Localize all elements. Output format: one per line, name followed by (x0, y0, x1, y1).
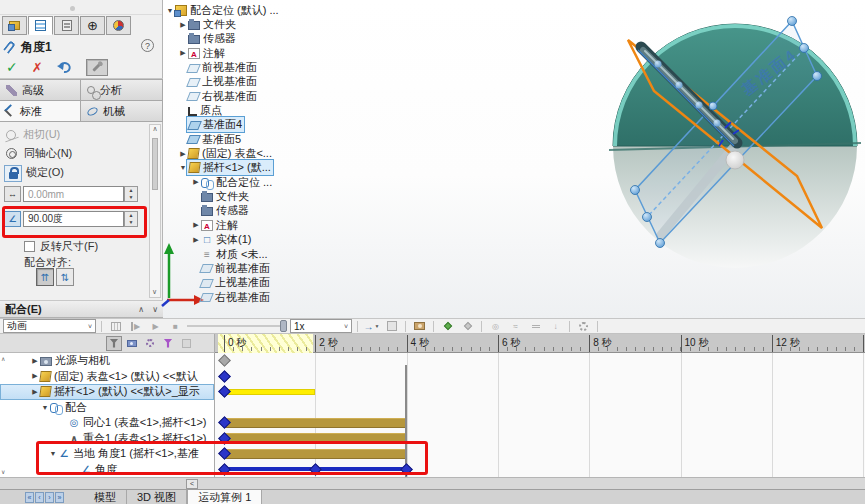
distance-spinner[interactable]: ▲▼ (124, 186, 138, 202)
collapse-arrow-icon[interactable]: ▶ (178, 21, 188, 29)
help-icon[interactable]: ? (141, 39, 154, 52)
panel-grip[interactable] (0, 0, 162, 15)
calculate-button[interactable] (107, 319, 124, 333)
flip-dimension-checkbox[interactable] (24, 241, 35, 252)
drive-bar[interactable] (224, 389, 315, 395)
keypoint[interactable] (400, 463, 413, 476)
motion-tree-row[interactable]: ∠角度 (0, 462, 214, 478)
timeline-lanes[interactable] (215, 353, 865, 477)
tree-item[interactable]: 传感器 (165, 32, 340, 46)
anti-aligned-button[interactable]: ⇅ (56, 268, 74, 286)
collapse-arrow-icon[interactable]: ▶ (191, 221, 201, 229)
category-tab-2[interactable]: 分析 (80, 79, 163, 101)
motion-tree-row[interactable]: ▶(固定) 表盘<1> (默认) <<默认 (0, 369, 214, 385)
timeline-lane[interactable] (215, 400, 865, 416)
timeline-lane[interactable] (215, 446, 865, 462)
collapse-up-icon[interactable]: ∧ (138, 305, 144, 314)
category-tab-4[interactable]: 机械 (80, 100, 163, 122)
keypoint[interactable] (218, 463, 231, 476)
collapse-arrow-icon[interactable]: ▶ (30, 372, 40, 380)
scroll-left-button[interactable]: < (186, 479, 198, 489)
playback-mode-button[interactable]: →▼ (363, 319, 380, 333)
document-tab-1[interactable]: 模型 (84, 490, 127, 504)
cancel-button[interactable]: ✗ (32, 60, 43, 75)
motion-tree-row[interactable]: ▼配合 (0, 400, 214, 416)
current-time-bar[interactable] (405, 365, 407, 477)
mate-change-bar[interactable] (224, 433, 407, 443)
timeline-lane[interactable] (215, 369, 865, 385)
timeline-lane[interactable] (215, 384, 865, 400)
tree-item[interactable]: 上视基准面 (165, 75, 340, 89)
mate-change-bar[interactable] (224, 418, 407, 428)
timeline-position-slider[interactable] (187, 319, 287, 333)
nav-last-button[interactable]: » (55, 492, 64, 503)
motion-tree-row[interactable]: ▶摇杆<1> (默认) <<默认>_显示 (0, 384, 214, 400)
tree-item[interactable]: 右视基准面 (165, 89, 340, 103)
nav-next-button[interactable]: › (45, 492, 54, 503)
tree-item[interactable]: 基准面4 (165, 118, 340, 132)
keep-visible-pin-button[interactable] (86, 59, 108, 76)
tree-scroll-down-icon[interactable]: ∨ (1, 468, 5, 475)
play-from-start-button[interactable]: ▶ (127, 319, 144, 333)
autokey-button[interactable] (439, 319, 456, 333)
filter-driving-button[interactable] (142, 336, 158, 351)
tree-item[interactable]: ▶A注解 (165, 218, 340, 232)
document-tab-3[interactable]: 运动算例 1 (187, 490, 262, 504)
filter-animated-button[interactable] (124, 336, 140, 351)
tree-item[interactable]: 文件夹 (165, 189, 340, 203)
slider-handle[interactable] (280, 320, 287, 332)
tree-item[interactable]: ▼配合定位 (默认) ... (165, 3, 340, 17)
filter-results-button[interactable] (178, 336, 194, 351)
tree-item[interactable]: 前视基准面 (165, 60, 340, 74)
angle-mate-button[interactable]: ∠ (4, 211, 21, 227)
simulation-setup-button[interactable] (575, 319, 592, 333)
mate-item[interactable]: 同轴心(N) (6, 146, 72, 161)
tree-scroll-up-icon[interactable]: ∧ (1, 355, 5, 362)
nav-prev-button[interactable]: ‹ (35, 492, 44, 503)
tab-display-manager[interactable] (106, 16, 131, 35)
timeline-lane[interactable] (215, 462, 865, 478)
expand-arrow-icon[interactable]: ▼ (48, 450, 58, 457)
contact-button[interactable] (527, 319, 544, 333)
nav-first-button[interactable]: « (25, 492, 34, 503)
timeline-lane[interactable] (215, 415, 865, 431)
model-3d-view[interactable]: 基准面4 (595, 0, 865, 272)
distance-mate-button[interactable]: ↔ (4, 186, 21, 202)
gravity-button[interactable]: ↓ (547, 319, 564, 333)
motion-tree-row[interactable]: ▼∠当地 角度1 (摇杆<1>,基准 (0, 446, 214, 462)
angle-input[interactable]: 90.00度 (23, 211, 124, 227)
timeline-ruler[interactable]: 0 秒2 秒4 秒6 秒8 秒10 秒12 秒14 秒 (215, 334, 865, 353)
tree-item[interactable]: ≡材质 <未... (165, 247, 340, 261)
tree-item[interactable]: ▶文件夹 (165, 17, 340, 31)
motion-tree-row[interactable]: ▶光源与相机 (0, 353, 214, 369)
tree-item[interactable]: 右视基准面 (165, 290, 340, 304)
tree-item[interactable]: ▶□实体(1) (165, 233, 340, 247)
animation-wizard-button[interactable] (411, 319, 428, 333)
distance-input[interactable]: 0.00mm (23, 186, 124, 202)
tree-item[interactable]: ▼摇杆<1> (默... (165, 161, 340, 175)
tab-property-manager[interactable] (28, 16, 53, 35)
mates-group-header[interactable]: 配合(E) ∧ ∨ (0, 300, 163, 318)
stop-button[interactable]: ■ (167, 319, 184, 333)
scroll-up-icon[interactable]: ∧ (152, 125, 157, 132)
motion-tree-row[interactable]: ◎同心1 (表盘<1>,摇杆<1>) (0, 415, 214, 431)
filter-selected-button[interactable] (160, 336, 176, 351)
tab-feature-manager[interactable] (2, 16, 27, 35)
play-button[interactable]: ▶ (147, 319, 164, 333)
playback-speed-select[interactable]: 1x˅ (290, 319, 352, 333)
keypoint[interactable] (218, 385, 231, 398)
lock-mate-button[interactable] (4, 165, 22, 182)
motion-tree-row[interactable]: ∧重合1 (表盘<1>,摇杆<1>) (0, 431, 214, 447)
collapse-arrow-icon[interactable]: ▶ (178, 49, 188, 57)
timeline-area[interactable]: 0 秒2 秒4 秒6 秒8 秒10 秒12 秒14 秒 (215, 334, 865, 477)
keypoint[interactable] (218, 370, 231, 383)
filter-none-button[interactable] (106, 336, 122, 351)
spring-button[interactable]: ≈ (507, 319, 524, 333)
tree-item[interactable]: 基准面5 (165, 132, 340, 146)
mate-item[interactable]: 相切(U) (6, 127, 60, 142)
tab-dimxpert[interactable]: ⊕ (80, 16, 105, 35)
collapse-arrow-icon[interactable]: ▶ (191, 178, 201, 186)
keypoint[interactable] (309, 463, 322, 476)
tree-item[interactable]: 前视基准面 (165, 261, 340, 275)
timeline-lane[interactable] (215, 431, 865, 447)
